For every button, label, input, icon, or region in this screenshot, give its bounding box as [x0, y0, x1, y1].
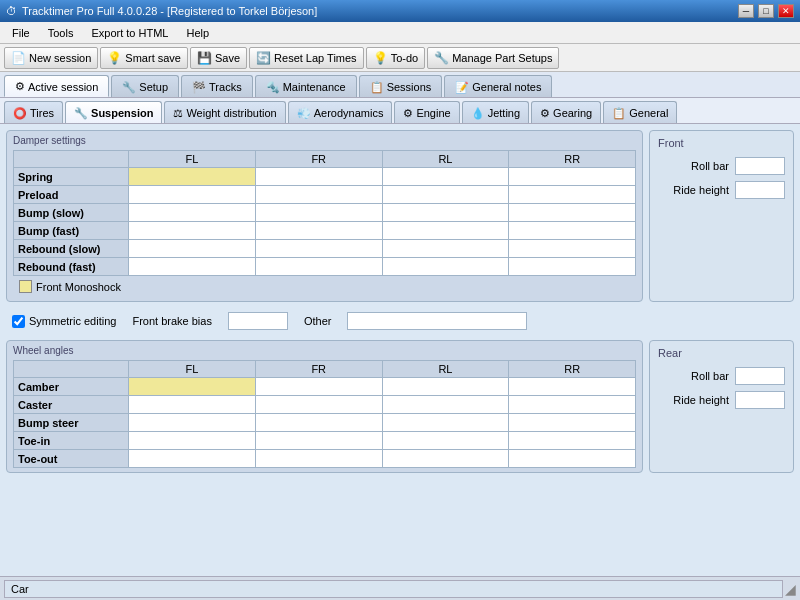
spring-fr-input[interactable]: [258, 171, 380, 183]
rebound-fast-rl[interactable]: [382, 258, 509, 276]
toe-in-rr[interactable]: [509, 432, 636, 450]
toe-out-rr[interactable]: [509, 450, 636, 468]
toe-out-fl-input[interactable]: [131, 453, 253, 465]
bump-slow-fl-input[interactable]: [131, 207, 253, 219]
tab-tracks[interactable]: 🏁 Tracks: [181, 75, 253, 97]
camber-fl[interactable]: [129, 378, 256, 396]
camber-fl-input[interactable]: [131, 381, 253, 393]
caster-fl-input[interactable]: [131, 399, 253, 411]
caster-fr[interactable]: [255, 396, 382, 414]
tab-maintenance[interactable]: 🔩 Maintenance: [255, 75, 357, 97]
camber-rr[interactable]: [509, 378, 636, 396]
tab-jetting[interactable]: 💧 Jetting: [462, 101, 529, 123]
minimize-button[interactable]: ─: [738, 4, 754, 18]
save-button[interactable]: 💾 Save: [190, 47, 247, 69]
toe-in-fl-input[interactable]: [131, 435, 253, 447]
toe-in-fr[interactable]: [255, 432, 382, 450]
rebound-fast-fr-input[interactable]: [258, 261, 380, 273]
menu-export[interactable]: Export to HTML: [83, 25, 176, 41]
smart-save-button[interactable]: 💡 Smart save: [100, 47, 188, 69]
bump-fast-rr[interactable]: [509, 222, 636, 240]
toe-in-rl[interactable]: [382, 432, 509, 450]
tab-general[interactable]: 📋 General: [603, 101, 677, 123]
preload-fl[interactable]: [129, 186, 256, 204]
bump-fast-fl-input[interactable]: [131, 225, 253, 237]
resize-handle[interactable]: ◢: [785, 581, 796, 597]
rebound-fast-fl[interactable]: [129, 258, 256, 276]
preload-rr[interactable]: [509, 186, 636, 204]
tab-gearing[interactable]: ⚙ Gearing: [531, 101, 601, 123]
caster-rr-input[interactable]: [511, 399, 633, 411]
bump-steer-rl[interactable]: [382, 414, 509, 432]
toe-out-rl-input[interactable]: [385, 453, 507, 465]
caster-fr-input[interactable]: [258, 399, 380, 411]
bump-fast-fl[interactable]: [129, 222, 256, 240]
caster-rr[interactable]: [509, 396, 636, 414]
symmetric-editing-input[interactable]: [12, 315, 25, 328]
bump-steer-rr-input[interactable]: [511, 417, 633, 429]
front-ride-height-input[interactable]: [735, 181, 785, 199]
caster-rl-input[interactable]: [385, 399, 507, 411]
rebound-fast-fl-input[interactable]: [131, 261, 253, 273]
rebound-slow-fl[interactable]: [129, 240, 256, 258]
front-brake-bias-input[interactable]: [228, 312, 288, 330]
caster-fl[interactable]: [129, 396, 256, 414]
tab-engine[interactable]: ⚙ Engine: [394, 101, 459, 123]
tab-sessions[interactable]: 📋 Sessions: [359, 75, 443, 97]
rebound-slow-rl-input[interactable]: [385, 243, 507, 255]
camber-rr-input[interactable]: [511, 381, 633, 393]
tab-aerodynamics[interactable]: 💨 Aerodynamics: [288, 101, 393, 123]
toe-in-fl[interactable]: [129, 432, 256, 450]
bump-fast-fr-input[interactable]: [258, 225, 380, 237]
to-do-button[interactable]: 💡 To-do: [366, 47, 426, 69]
rear-ride-height-input[interactable]: [735, 391, 785, 409]
rebound-fast-rl-input[interactable]: [385, 261, 507, 273]
rebound-fast-fr[interactable]: [255, 258, 382, 276]
toe-out-fr-input[interactable]: [258, 453, 380, 465]
preload-fr-input[interactable]: [258, 189, 380, 201]
toe-out-fl[interactable]: [129, 450, 256, 468]
front-monoshock-checkbox[interactable]: Front Monoshock: [19, 280, 121, 293]
menu-file[interactable]: File: [4, 25, 38, 41]
bump-steer-fl-input[interactable]: [131, 417, 253, 429]
tab-suspension[interactable]: 🔧 Suspension: [65, 101, 162, 123]
bump-slow-rl[interactable]: [382, 204, 509, 222]
bump-fast-fr[interactable]: [255, 222, 382, 240]
spring-rl-input[interactable]: [385, 171, 507, 183]
menu-tools[interactable]: Tools: [40, 25, 82, 41]
rear-roll-bar-input[interactable]: [735, 367, 785, 385]
bump-steer-fr-input[interactable]: [258, 417, 380, 429]
bump-slow-rl-input[interactable]: [385, 207, 507, 219]
spring-fl[interactable]: [129, 168, 256, 186]
toe-out-fr[interactable]: [255, 450, 382, 468]
toe-out-rl[interactable]: [382, 450, 509, 468]
camber-fr[interactable]: [255, 378, 382, 396]
rebound-slow-rr[interactable]: [509, 240, 636, 258]
camber-fr-input[interactable]: [258, 381, 380, 393]
camber-rl[interactable]: [382, 378, 509, 396]
tab-weight-distribution[interactable]: ⚖ Weight distribution: [164, 101, 285, 123]
rebound-fast-rr[interactable]: [509, 258, 636, 276]
new-session-button[interactable]: 📄 New session: [4, 47, 98, 69]
front-roll-bar-input[interactable]: [735, 157, 785, 175]
tab-tires[interactable]: ⭕ Tires: [4, 101, 63, 123]
spring-fl-input[interactable]: [131, 171, 253, 183]
bump-slow-fr[interactable]: [255, 204, 382, 222]
bump-fast-rl[interactable]: [382, 222, 509, 240]
tab-setup[interactable]: 🔧 Setup: [111, 75, 179, 97]
bump-steer-rl-input[interactable]: [385, 417, 507, 429]
bump-slow-rr-input[interactable]: [511, 207, 633, 219]
reset-lap-times-button[interactable]: 🔄 Reset Lap Times: [249, 47, 364, 69]
other-input[interactable]: [347, 312, 527, 330]
bump-slow-rr[interactable]: [509, 204, 636, 222]
toe-in-rl-input[interactable]: [385, 435, 507, 447]
close-button[interactable]: ✕: [778, 4, 794, 18]
toe-out-rr-input[interactable]: [511, 453, 633, 465]
spring-rl[interactable]: [382, 168, 509, 186]
symmetric-editing-checkbox[interactable]: Symmetric editing: [12, 315, 116, 328]
rebound-slow-fr-input[interactable]: [258, 243, 380, 255]
bump-steer-fr[interactable]: [255, 414, 382, 432]
menu-help[interactable]: Help: [178, 25, 217, 41]
preload-rl[interactable]: [382, 186, 509, 204]
camber-rl-input[interactable]: [385, 381, 507, 393]
